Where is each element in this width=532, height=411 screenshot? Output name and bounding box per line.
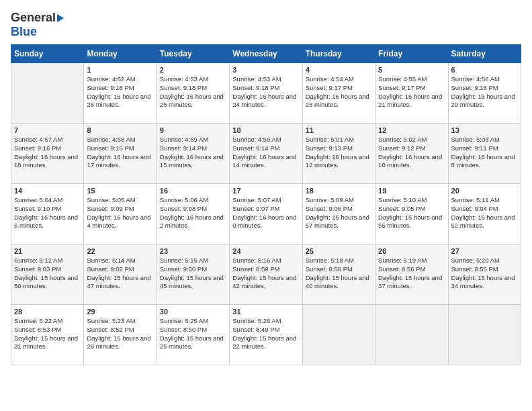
header-cell-monday: Monday xyxy=(84,45,157,63)
header-row: SundayMondayTuesdayWednesdayThursdayFrid… xyxy=(11,45,521,63)
week-row-2: 7Sunrise: 4:57 AMSunset: 9:16 PMDaylight… xyxy=(11,124,521,184)
header-cell-sunday: Sunday xyxy=(11,45,84,63)
logo-blue: Blue xyxy=(11,25,37,39)
calendar-cell: 20Sunrise: 5:11 AMSunset: 9:04 PMDayligh… xyxy=(448,184,521,244)
calendar-cell: 12Sunrise: 5:02 AMSunset: 9:12 PMDayligh… xyxy=(375,124,448,184)
week-row-3: 14Sunrise: 5:04 AMSunset: 9:10 PMDayligh… xyxy=(11,184,521,244)
day-number: 22 xyxy=(87,247,153,255)
day-info: Sunrise: 5:01 AMSunset: 9:13 PMDaylight:… xyxy=(306,136,372,170)
day-info: Sunrise: 4:53 AMSunset: 9:18 PMDaylight:… xyxy=(160,75,226,109)
day-number: 10 xyxy=(232,126,299,134)
logo: General Blue xyxy=(11,11,64,39)
day-info: Sunrise: 5:09 AMSunset: 9:06 PMDaylight:… xyxy=(306,196,372,230)
day-number: 14 xyxy=(14,187,81,195)
day-number: 31 xyxy=(232,308,299,316)
day-info: Sunrise: 4:59 AMSunset: 9:14 PMDaylight:… xyxy=(160,136,226,170)
day-info: Sunrise: 5:18 AMSunset: 8:58 PMDaylight:… xyxy=(306,257,372,291)
day-number: 2 xyxy=(160,66,226,74)
calendar-cell: 19Sunrise: 5:10 AMSunset: 9:05 PMDayligh… xyxy=(375,184,448,244)
calendar-cell: 3Sunrise: 4:53 AMSunset: 9:18 PMDaylight… xyxy=(230,63,302,124)
header: General Blue xyxy=(11,11,521,39)
day-info: Sunrise: 5:04 AMSunset: 9:10 PMDaylight:… xyxy=(14,196,81,230)
day-info: Sunrise: 4:54 AMSunset: 9:17 PMDaylight:… xyxy=(306,75,372,109)
calendar-cell: 18Sunrise: 5:09 AMSunset: 9:06 PMDayligh… xyxy=(302,184,375,244)
day-info: Sunrise: 5:16 AMSunset: 8:59 PMDaylight:… xyxy=(232,257,299,291)
day-info: Sunrise: 5:19 AMSunset: 8:56 PMDaylight:… xyxy=(378,257,445,291)
day-number: 25 xyxy=(306,247,372,255)
day-number: 28 xyxy=(14,308,81,316)
day-number: 8 xyxy=(87,126,153,134)
day-number: 23 xyxy=(160,247,226,255)
day-number: 11 xyxy=(306,126,372,134)
day-info: Sunrise: 4:52 AMSunset: 9:18 PMDaylight:… xyxy=(87,75,153,109)
day-number: 12 xyxy=(378,126,445,134)
calendar-cell: 23Sunrise: 5:15 AMSunset: 9:00 PMDayligh… xyxy=(157,244,229,305)
day-info: Sunrise: 5:02 AMSunset: 9:12 PMDaylight:… xyxy=(378,136,445,170)
calendar-cell: 29Sunrise: 5:23 AMSunset: 8:52 PMDayligh… xyxy=(84,305,157,365)
day-info: Sunrise: 5:26 AMSunset: 8:49 PMDaylight:… xyxy=(232,317,299,351)
calendar-cell: 11Sunrise: 5:01 AMSunset: 9:13 PMDayligh… xyxy=(302,124,375,184)
calendar-cell: 1Sunrise: 4:52 AMSunset: 9:18 PMDaylight… xyxy=(84,63,157,124)
week-row-5: 28Sunrise: 5:22 AMSunset: 8:53 PMDayligh… xyxy=(11,305,521,365)
day-info: Sunrise: 5:06 AMSunset: 9:08 PMDaylight:… xyxy=(160,196,226,230)
header-cell-wednesday: Wednesday xyxy=(230,45,302,63)
day-number: 18 xyxy=(306,187,372,195)
calendar-table: SundayMondayTuesdayWednesdayThursdayFrid… xyxy=(11,44,521,365)
day-number: 1 xyxy=(87,66,153,74)
calendar-cell: 28Sunrise: 5:22 AMSunset: 8:53 PMDayligh… xyxy=(11,305,84,365)
calendar-cell: 30Sunrise: 5:25 AMSunset: 8:50 PMDayligh… xyxy=(157,305,229,365)
day-number: 26 xyxy=(378,247,445,255)
calendar-cell: 13Sunrise: 5:03 AMSunset: 9:11 PMDayligh… xyxy=(448,124,521,184)
week-row-4: 21Sunrise: 5:12 AMSunset: 9:03 PMDayligh… xyxy=(11,244,521,305)
calendar-cell: 5Sunrise: 4:55 AMSunset: 9:17 PMDaylight… xyxy=(375,63,448,124)
calendar-cell xyxy=(11,63,84,124)
calendar-cell: 9Sunrise: 4:59 AMSunset: 9:14 PMDaylight… xyxy=(157,124,229,184)
day-number: 27 xyxy=(451,247,518,255)
day-info: Sunrise: 5:22 AMSunset: 8:53 PMDaylight:… xyxy=(14,317,81,351)
day-info: Sunrise: 4:58 AMSunset: 9:15 PMDaylight:… xyxy=(87,136,153,170)
day-info: Sunrise: 5:23 AMSunset: 8:52 PMDaylight:… xyxy=(87,317,153,351)
day-info: Sunrise: 4:57 AMSunset: 9:16 PMDaylight:… xyxy=(14,136,81,170)
calendar-cell: 25Sunrise: 5:18 AMSunset: 8:58 PMDayligh… xyxy=(302,244,375,305)
day-number: 3 xyxy=(232,66,299,74)
day-number: 16 xyxy=(160,187,226,195)
calendar-cell xyxy=(302,305,375,365)
calendar-cell: 17Sunrise: 5:07 AMSunset: 9:07 PMDayligh… xyxy=(230,184,302,244)
calendar-cell: 31Sunrise: 5:26 AMSunset: 8:49 PMDayligh… xyxy=(230,305,302,365)
day-number: 7 xyxy=(14,126,81,134)
day-number: 4 xyxy=(306,66,372,74)
calendar-cell xyxy=(375,305,448,365)
day-info: Sunrise: 5:05 AMSunset: 9:09 PMDaylight:… xyxy=(87,196,153,230)
header-cell-friday: Friday xyxy=(375,45,448,63)
calendar-cell: 7Sunrise: 4:57 AMSunset: 9:16 PMDaylight… xyxy=(11,124,84,184)
calendar-cell: 6Sunrise: 4:56 AMSunset: 9:16 PMDaylight… xyxy=(448,63,521,124)
calendar-cell xyxy=(448,305,521,365)
calendar-cell: 27Sunrise: 5:20 AMSunset: 8:55 PMDayligh… xyxy=(448,244,521,305)
day-info: Sunrise: 5:11 AMSunset: 9:04 PMDaylight:… xyxy=(451,196,518,230)
day-info: Sunrise: 5:12 AMSunset: 9:03 PMDaylight:… xyxy=(14,257,81,291)
day-number: 29 xyxy=(87,308,153,316)
header-cell-tuesday: Tuesday xyxy=(157,45,229,63)
calendar-cell: 15Sunrise: 5:05 AMSunset: 9:09 PMDayligh… xyxy=(84,184,157,244)
calendar-cell: 10Sunrise: 4:59 AMSunset: 9:14 PMDayligh… xyxy=(230,124,302,184)
week-row-1: 1Sunrise: 4:52 AMSunset: 9:18 PMDaylight… xyxy=(11,63,521,124)
calendar-cell: 21Sunrise: 5:12 AMSunset: 9:03 PMDayligh… xyxy=(11,244,84,305)
day-info: Sunrise: 5:14 AMSunset: 9:02 PMDaylight:… xyxy=(87,257,153,291)
day-number: 20 xyxy=(451,187,518,195)
day-info: Sunrise: 4:56 AMSunset: 9:16 PMDaylight:… xyxy=(451,75,518,109)
calendar-cell: 4Sunrise: 4:54 AMSunset: 9:17 PMDaylight… xyxy=(302,63,375,124)
day-number: 9 xyxy=(160,126,226,134)
day-info: Sunrise: 5:03 AMSunset: 9:11 PMDaylight:… xyxy=(451,136,518,170)
header-cell-saturday: Saturday xyxy=(448,45,521,63)
calendar-cell: 24Sunrise: 5:16 AMSunset: 8:59 PMDayligh… xyxy=(230,244,302,305)
day-number: 17 xyxy=(232,187,299,195)
day-info: Sunrise: 4:55 AMSunset: 9:17 PMDaylight:… xyxy=(378,75,445,109)
day-info: Sunrise: 5:15 AMSunset: 9:00 PMDaylight:… xyxy=(160,257,226,291)
calendar-cell: 2Sunrise: 4:53 AMSunset: 9:18 PMDaylight… xyxy=(157,63,229,124)
calendar-cell: 16Sunrise: 5:06 AMSunset: 9:08 PMDayligh… xyxy=(157,184,229,244)
day-info: Sunrise: 5:20 AMSunset: 8:55 PMDaylight:… xyxy=(451,257,518,291)
calendar-cell: 26Sunrise: 5:19 AMSunset: 8:56 PMDayligh… xyxy=(375,244,448,305)
day-number: 6 xyxy=(451,66,518,74)
day-number: 21 xyxy=(14,247,81,255)
day-number: 24 xyxy=(232,247,299,255)
